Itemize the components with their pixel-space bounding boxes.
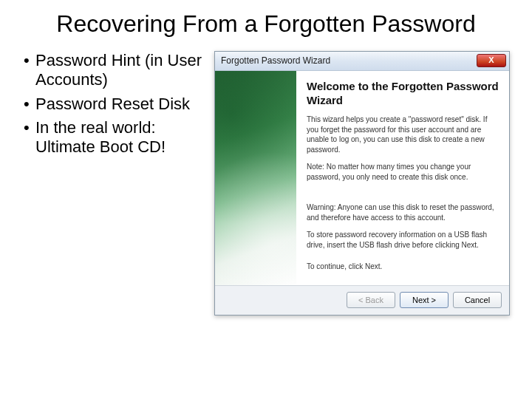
wizard-note-text: Note: No matter how many times you chang…: [307, 162, 499, 182]
wizard-sidebar-image: [215, 71, 296, 285]
bullet-dot-icon: •: [22, 118, 35, 157]
next-button[interactable]: Next >: [400, 292, 449, 308]
wizard-container: Forgotten Password Wizard X Welcome to t…: [214, 51, 510, 316]
wizard-warning-text: Warning: Anyone can use this disk to res…: [307, 202, 499, 222]
wizard-content: Welcome to the Forgotten Password Wizard…: [296, 71, 509, 285]
slide-columns: • Password Hint (in User Accounts) • Pas…: [22, 51, 510, 316]
bullet-text: Password Hint (in User Accounts): [35, 51, 207, 90]
wizard-intro-text: This wizard helps you create a "password…: [307, 115, 499, 154]
bullet-item: • In the real world: Ultimate Boot CD!: [22, 118, 207, 157]
close-icon: X: [488, 55, 494, 64]
wizard-window: Forgotten Password Wizard X Welcome to t…: [214, 51, 510, 316]
bullet-dot-icon: •: [22, 51, 35, 90]
window-title: Forgotten Password Wizard: [221, 55, 477, 66]
bullet-dot-icon: •: [22, 95, 35, 114]
bullet-text: In the real world: Ultimate Boot CD!: [35, 118, 207, 157]
wizard-body: Welcome to the Forgotten Password Wizard…: [215, 71, 509, 285]
wizard-continue-text: To continue, click Next.: [307, 262, 499, 272]
slide-title: Recovering From a Forgotten Password: [22, 10, 510, 38]
wizard-footer: < Back Next > Cancel: [215, 285, 509, 315]
titlebar: Forgotten Password Wizard X: [215, 52, 509, 71]
back-button[interactable]: < Back: [347, 292, 395, 308]
wizard-heading: Welcome to the Forgotten Password Wizard: [307, 80, 499, 108]
bullet-list: • Password Hint (in User Accounts) • Pas…: [22, 51, 207, 316]
slide: Recovering From a Forgotten Password • P…: [0, 0, 532, 399]
wizard-usb-text: To store password recovery information o…: [307, 230, 499, 250]
close-button[interactable]: X: [477, 54, 506, 67]
bullet-text: Password Reset Disk: [35, 95, 207, 114]
bullet-item: • Password Reset Disk: [22, 95, 207, 114]
bullet-item: • Password Hint (in User Accounts): [22, 51, 207, 90]
cancel-button[interactable]: Cancel: [453, 292, 502, 308]
